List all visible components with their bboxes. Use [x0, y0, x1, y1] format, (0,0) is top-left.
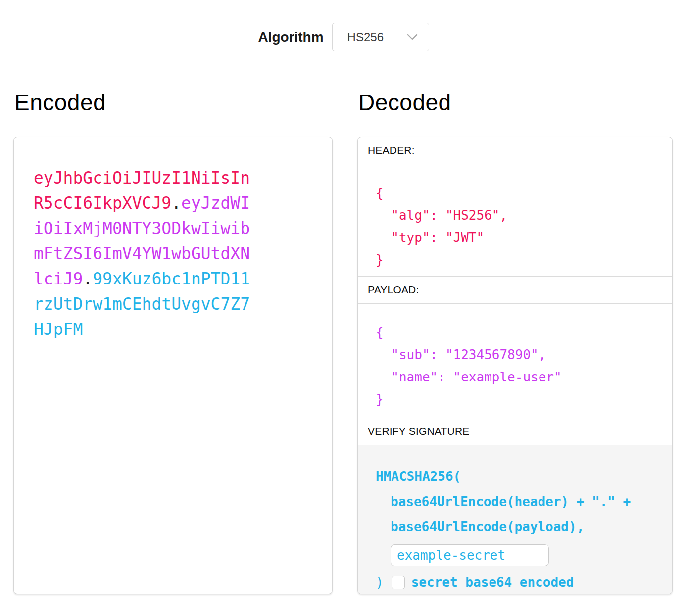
header-json-line: } — [376, 249, 654, 271]
decoded-column: Decoded HEADER: { "alg": "HS256", "typ":… — [357, 89, 673, 594]
payload-json-line: "name": "example-user" — [376, 366, 654, 388]
signature-line-header: base64UrlEncode(header) + "." + — [376, 489, 654, 515]
jwt-debugger-page: Algorithm HS256 Encoded eyJhbGciOiJIUzI1… — [0, 0, 687, 594]
payload-section-label: PAYLOAD: — [358, 277, 672, 304]
header-json-line: { — [376, 182, 654, 204]
chevron-down-icon — [407, 34, 418, 41]
algorithm-select[interactable]: HS256 — [332, 23, 429, 51]
algorithm-label: Algorithm — [258, 29, 323, 45]
token-separator-dot: . — [171, 193, 181, 213]
jwt-token-text: eyJhbGciOiJIUzI1NiIsInR5cCI6IkpXVCJ9.eyJ… — [34, 165, 257, 342]
payload-json-line: { — [376, 322, 654, 344]
header-json-editor[interactable]: { "alg": "HS256", "typ": "JWT" } — [358, 164, 672, 277]
decoded-title: Decoded — [358, 89, 673, 116]
payload-json-editor[interactable]: { "sub": "1234567890", "name": "example-… — [358, 304, 672, 418]
token-separator-dot: . — [83, 269, 93, 288]
header-json-line: "typ": "JWT" — [376, 227, 654, 249]
encoded-token-editor[interactable]: eyJhbGciOiJIUzI1NiIsInR5cCI6IkpXVCJ9.eyJ… — [13, 137, 333, 594]
secret-base64-checkbox[interactable] — [392, 576, 405, 589]
encoded-title: Encoded — [14, 89, 333, 116]
signature-line-payload: base64UrlEncode(payload), — [376, 515, 654, 540]
header-json-line: "alg": "HS256", — [376, 204, 654, 227]
secret-input[interactable] — [391, 544, 549, 566]
encoded-column: Encoded eyJhbGciOiJIUzI1NiIsInR5cCI6IkpX… — [13, 89, 333, 594]
header-section-label: HEADER: — [358, 137, 672, 164]
algorithm-selected-value: HS256 — [347, 30, 384, 44]
payload-json-line: } — [376, 388, 654, 411]
signature-fn-close: ) — [376, 570, 384, 594]
payload-json-line: "sub": "1234567890", — [376, 344, 654, 366]
algorithm-row: Algorithm HS256 — [0, 0, 687, 51]
signature-area: HMACSHA256( base64UrlEncode(header) + ".… — [358, 445, 672, 594]
verify-signature-section-label: VERIFY SIGNATURE — [358, 418, 672, 445]
decoded-panel: HEADER: { "alg": "HS256", "typ": "JWT" }… — [357, 137, 673, 594]
main-columns: Encoded eyJhbGciOiJIUzI1NiIsInR5cCI6IkpX… — [0, 89, 687, 594]
secret-base64-label: secret base64 encoded — [411, 570, 574, 594]
signature-close-row: ) secret base64 encoded — [376, 570, 654, 594]
signature-fn-open: HMACSHA256( — [376, 464, 654, 489]
